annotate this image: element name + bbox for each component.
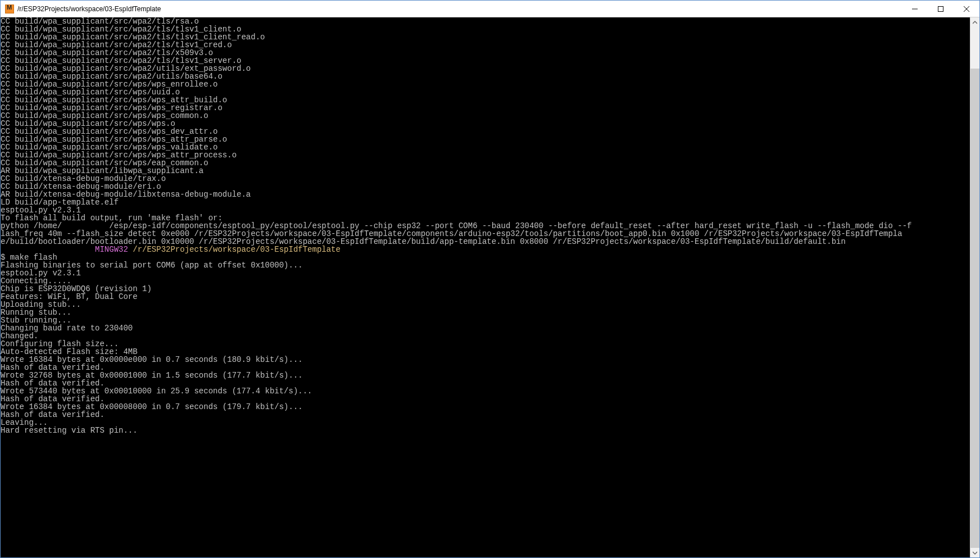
terminal-line: CC build/wpa_supplicant/src/wpa2/tls/tls… (1, 41, 970, 49)
terminal-output[interactable]: CC build/wpa_supplicant/src/wpa2/tls/rsa… (1, 17, 970, 557)
scroll-thumb[interactable] (970, 69, 979, 548)
terminal-line: Flashing binaries to serial port COM6 (a… (1, 261, 970, 269)
client-area: CC build/wpa_supplicant/src/wpa2/tls/rsa… (1, 17, 979, 557)
mintty-icon (5, 4, 14, 13)
terminal-line: Hard resetting via RTS pin... (1, 427, 970, 434)
terminal-line: esptool.py v2.3.1 (1, 269, 970, 277)
terminal-line: AR build/wpa_supplicant/libwpa_supplican… (1, 167, 970, 175)
terminal-line: CC build/wpa_supplicant/src/wps/wps_attr… (1, 96, 970, 104)
terminal-line: CC build/wpa_supplicant/src/wps/eap_comm… (1, 159, 970, 167)
terminal-line: Hash of data verified. (1, 395, 970, 403)
close-icon (964, 6, 969, 12)
terminal-line: esptool.py v2.3.1 (1, 206, 970, 214)
prompt-line: MINGW32 /r/ESP32Projects/workspace/03-Es… (1, 246, 970, 253)
svg-rect-1 (938, 6, 943, 11)
titlebar[interactable]: /r/ESP32Projects/workspace/03-EspIdfTemp… (1, 1, 979, 17)
window-title: /r/ESP32Projects/workspace/03-EspIdfTemp… (17, 5, 161, 13)
window-frame: /r/ESP32Projects/workspace/03-EspIdfTemp… (0, 0, 980, 558)
terminal-line: Hash of data verified. (1, 379, 970, 387)
terminal-line: CC build/wpa_supplicant/src/wpa2/tls/rsa… (1, 17, 970, 25)
terminal-line: lash_freq 40m --flash_size detect 0xe000… (1, 230, 970, 238)
terminal-line: Hash of data verified. (1, 364, 970, 371)
terminal-line: CC build/wpa_supplicant/src/wpa2/tls/x50… (1, 49, 970, 57)
terminal-line: To flash all build output, run 'make fla… (1, 214, 970, 222)
terminal-line: CC build/xtensa-debug-module/eri.o (1, 183, 970, 190)
terminal-line: CC build/wpa_supplicant/src/wps/wps.o (1, 120, 970, 128)
scroll-down-button[interactable] (970, 548, 979, 557)
terminal-line: AR build/xtensa-debug-module/libxtensa-d… (1, 190, 970, 198)
terminal-line: Wrote 16384 bytes at 0x0000e000 in 0.7 s… (1, 356, 970, 364)
terminal-line: Connecting..... (1, 277, 970, 285)
terminal-line: python /home/ /esp/esp-idf/components/es… (1, 222, 970, 230)
terminal-line: Wrote 573440 bytes at 0x00010000 in 25.9… (1, 387, 970, 395)
close-button[interactable] (954, 1, 979, 17)
chevron-down-icon (973, 551, 977, 555)
terminal-line: CC build/wpa_supplicant/src/wpa2/utils/e… (1, 65, 970, 72)
maximize-icon (938, 6, 943, 12)
terminal-line: Uploading stub... (1, 301, 970, 309)
scroll-track[interactable] (970, 27, 979, 548)
terminal-line: CC build/wpa_supplicant/src/wps/wps_vali… (1, 143, 970, 151)
terminal-line: CC build/wpa_supplicant/src/wps/wps_dev_… (1, 128, 970, 135)
chevron-up-icon (973, 20, 977, 25)
terminal-line: CC build/wpa_supplicant/src/wpa2/tls/tls… (1, 25, 970, 33)
minimize-button[interactable] (902, 1, 928, 17)
terminal-line: CC build/wpa_supplicant/src/wps/wps_regi… (1, 104, 970, 112)
terminal-line: Features: WiFi, BT, Dual Core (1, 293, 970, 301)
terminal-line: CC build/wpa_supplicant/src/wps/wps_comm… (1, 112, 970, 120)
terminal-line: CC build/xtensa-debug-module/trax.o (1, 175, 970, 183)
terminal-line: Chip is ESP32D0WDQ6 (revision 1) (1, 285, 970, 293)
vertical-scrollbar[interactable] (970, 17, 979, 557)
scroll-up-button[interactable] (970, 17, 979, 27)
terminal-line: Hash of data verified. (1, 411, 970, 419)
command-line: $ make flash (1, 253, 970, 261)
terminal-line: CC build/wpa_supplicant/src/wps/wps_attr… (1, 151, 970, 159)
terminal-line: CC build/wpa_supplicant/src/wps/wps_attr… (1, 135, 970, 143)
terminal-line: Running stub... (1, 309, 970, 316)
terminal-line: Wrote 16384 bytes at 0x00008000 in 0.7 s… (1, 403, 970, 411)
terminal-line: Changing baud rate to 230400 (1, 324, 970, 332)
terminal-line: Changed. (1, 332, 970, 340)
terminal-line: Wrote 32768 bytes at 0x00001000 in 1.5 s… (1, 371, 970, 379)
terminal-line: Configuring flash size... (1, 340, 970, 348)
minimize-icon (912, 6, 918, 12)
terminal-line: LD build/app-template.elf (1, 198, 970, 206)
terminal-line: CC build/wpa_supplicant/src/wpa2/utils/b… (1, 72, 970, 80)
terminal-line: Auto-detected Flash size: 4MB (1, 348, 970, 356)
terminal-line: Leaving... (1, 419, 970, 427)
terminal-line: CC build/wpa_supplicant/src/wpa2/tls/tls… (1, 57, 970, 65)
terminal-line: CC build/wpa_supplicant/src/wps/uuid.o (1, 88, 970, 96)
terminal-line: e/build/bootloader/bootloader.bin 0x1000… (1, 238, 970, 246)
terminal-line: Stub running... (1, 316, 970, 324)
maximize-button[interactable] (928, 1, 954, 17)
terminal-line: CC build/wpa_supplicant/src/wpa2/tls/tls… (1, 33, 970, 41)
terminal-line: CC build/wpa_supplicant/src/wps/wps_enro… (1, 80, 970, 88)
